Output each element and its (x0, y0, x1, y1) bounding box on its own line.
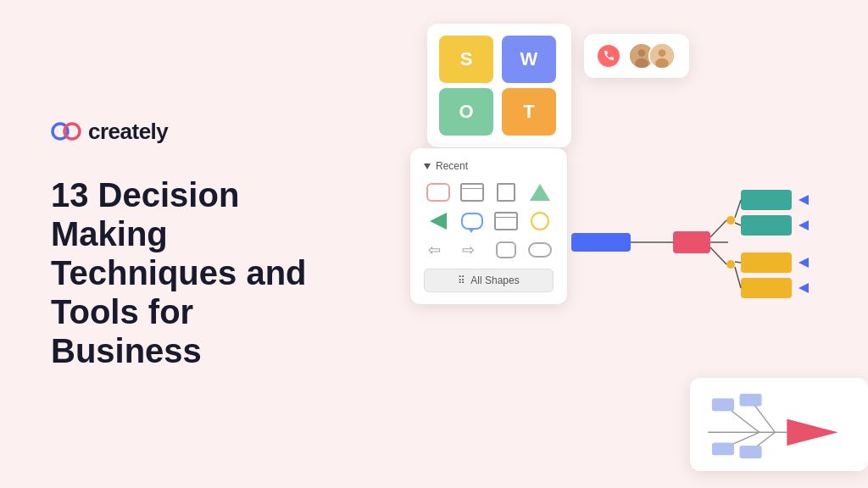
svg-rect-22 (741, 252, 792, 273)
headline-line4: Tools for (51, 293, 193, 330)
svg-line-24 (735, 262, 741, 263)
shape-browser2[interactable] (492, 209, 520, 233)
all-shapes-label: All Shapes (470, 274, 519, 286)
dropdown-icon (424, 164, 431, 169)
svg-rect-23 (741, 278, 792, 298)
shapes-grid (424, 180, 554, 262)
svg-rect-36 (712, 442, 734, 455)
swot-grid: S W O T (439, 36, 559, 136)
avatar-stack (628, 42, 676, 69)
svg-line-15 (710, 247, 726, 264)
svg-point-6 (659, 49, 666, 57)
svg-line-25 (735, 267, 741, 288)
all-shapes-icon: ⠿ (458, 274, 465, 286)
decision-tree (571, 144, 868, 356)
shape-circle[interactable] (526, 209, 554, 233)
swot-o-cell: O (439, 88, 493, 136)
svg-marker-21 (798, 220, 809, 230)
svg-point-3 (638, 49, 646, 57)
flow-chart-card (690, 378, 868, 471)
shape-arrow-outline-left[interactable] (424, 238, 453, 262)
swot-s-cell: S (439, 36, 493, 83)
headline-line3: Techniques and (51, 254, 307, 291)
headline-line5: Business (51, 332, 202, 369)
svg-rect-35 (740, 394, 762, 407)
svg-marker-26 (798, 258, 809, 268)
headline-line1: 13 Decision (51, 176, 239, 214)
svg-line-19 (735, 223, 741, 225)
shape-speech2[interactable] (492, 238, 520, 262)
svg-rect-37 (740, 446, 762, 458)
svg-point-7 (655, 58, 669, 69)
left-section: creately 13 Decision Making Techniques a… (51, 0, 373, 488)
all-shapes-button[interactable]: ⠿ All Shapes (424, 269, 554, 292)
logo: creately (51, 119, 373, 145)
svg-line-18 (735, 200, 741, 218)
page-headline: 13 Decision Making Techniques and Tools … (51, 175, 373, 370)
swot-card: S W O T (427, 24, 571, 147)
shape-oval[interactable] (526, 238, 554, 262)
swot-w-cell: W (502, 36, 556, 83)
swot-t-cell: T (502, 88, 556, 136)
shape-triangle[interactable] (526, 180, 554, 204)
svg-rect-10 (673, 231, 710, 253)
svg-rect-17 (741, 215, 792, 236)
shape-square[interactable] (492, 180, 520, 204)
phone-icon (598, 45, 620, 67)
svg-rect-16 (741, 190, 792, 210)
avatar-2 (648, 42, 676, 69)
svg-marker-27 (798, 283, 809, 293)
panel-header: Recent (424, 160, 554, 172)
logo-icon (51, 122, 81, 141)
svg-marker-20 (798, 195, 809, 205)
headline-line2: Making (51, 215, 168, 252)
svg-point-4 (635, 58, 648, 69)
right-section: S W O T (359, 0, 868, 488)
video-call-card (584, 34, 689, 78)
shapes-panel: Recent ⠿ All Shapes (410, 148, 567, 304)
panel-header-label: Recent (436, 160, 468, 172)
shape-rounded-rect[interactable] (424, 180, 453, 204)
svg-rect-8 (571, 233, 631, 252)
brand-name: creately (88, 119, 168, 145)
svg-rect-34 (712, 398, 734, 411)
shape-browser[interactable] (458, 180, 487, 204)
svg-point-12 (726, 216, 735, 225)
svg-line-14 (710, 220, 726, 237)
shape-arrow-outline-right[interactable] (458, 238, 487, 262)
svg-marker-28 (787, 419, 837, 446)
shape-arrow-left[interactable] (424, 209, 453, 233)
shape-speech[interactable] (458, 209, 487, 233)
svg-point-13 (726, 260, 735, 269)
